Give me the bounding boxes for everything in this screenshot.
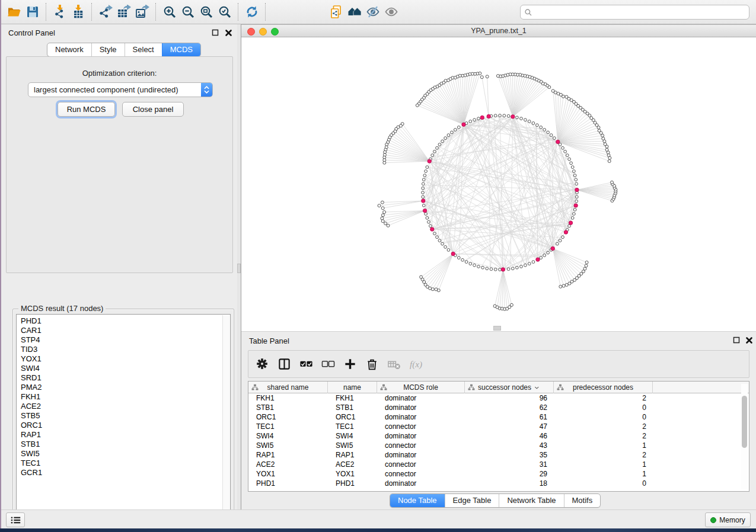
table-row[interactable]: TEC1TEC1connector472 [248, 422, 742, 431]
mcds-result-item[interactable]: SWI4 [21, 364, 42, 373]
show-all-button[interactable] [382, 3, 400, 21]
table-row[interactable]: STB1STB1dominator620 [248, 403, 742, 412]
table-row[interactable]: ORC1ORC1dominator610 [248, 412, 742, 422]
mcds-result-item[interactable]: FKH1 [21, 392, 42, 402]
column-header-successor-nodes[interactable]: successor nodes [465, 382, 554, 393]
cell-shared-name: STB1 [248, 403, 328, 412]
mcds-result-item[interactable]: STB1 [21, 440, 42, 449]
task-history-button[interactable] [6, 512, 25, 527]
table-tab-network-table[interactable]: Network Table [499, 494, 563, 507]
network-canvas[interactable] [241, 37, 756, 332]
mcds-result-item[interactable]: STP4 [21, 335, 42, 345]
tab-mcds[interactable]: MCDS [162, 43, 200, 56]
tab-select[interactable]: Select [125, 43, 162, 56]
add-column-button[interactable] [341, 355, 359, 373]
float-panel-icon[interactable] [732, 336, 741, 345]
zoom-selected-button[interactable] [215, 3, 234, 21]
mcds-result-item[interactable]: TEC1 [21, 459, 42, 468]
table-row[interactable]: PHD1PHD1dominator180 [248, 479, 742, 488]
close-panel-icon[interactable] [745, 336, 754, 345]
mcds-result-item[interactable]: PMA2 [21, 383, 42, 392]
close-panel-icon[interactable] [224, 28, 233, 37]
column-header-MCDS-role[interactable]: MCDS role [377, 382, 465, 393]
table-row[interactable]: SWI5SWI5connector431 [248, 441, 742, 450]
apply-layout-button[interactable] [243, 3, 261, 21]
column-header-name[interactable]: name [328, 382, 377, 393]
zoom-out-button[interactable] [178, 3, 197, 21]
main-toolbar [1, 0, 756, 24]
vertical-splitter-handle[interactable] [237, 264, 241, 273]
float-panel-icon[interactable] [211, 28, 220, 37]
import-network-button[interactable] [50, 3, 69, 21]
application-window: Control Panel NetworkStyleSelectMCDS Opt… [0, 0, 756, 532]
table-tab-motifs[interactable]: Motifs [564, 494, 601, 507]
tab-style[interactable]: Style [91, 43, 125, 56]
import-network-icon [53, 5, 67, 19]
table-scrollbar[interactable] [741, 384, 748, 489]
first-neighbors-button[interactable] [345, 3, 363, 21]
settings-gear-button[interactable] [253, 355, 271, 373]
function-builder-icon: f(x) [409, 357, 423, 371]
mcds-result-item[interactable]: GCR1 [21, 468, 42, 477]
close-panel-button[interactable]: Close panel [122, 102, 184, 117]
optimization-criterion-value: largest connected component (undirected) [28, 85, 201, 94]
mcds-result-item[interactable]: PHD1 [21, 316, 42, 326]
mcds-result-item[interactable]: SRD1 [21, 373, 42, 383]
zoom-fit-button[interactable] [197, 3, 215, 21]
mcds-result-item[interactable]: RAP1 [21, 430, 42, 440]
table-row[interactable]: SWI4SWI4dominator462 [248, 431, 742, 441]
mcds-result-item[interactable]: SWI5 [21, 449, 42, 459]
mcds-result-item[interactable]: ACE2 [21, 402, 42, 411]
zoom-in-button[interactable] [160, 3, 178, 21]
network-graph[interactable] [241, 37, 756, 332]
delete-column-button[interactable] [363, 355, 381, 373]
cell-MCDS-role: connector [377, 460, 465, 469]
vertical-splitter[interactable] [237, 24, 241, 509]
memory-status-dot [710, 517, 716, 523]
save-session-button[interactable] [23, 3, 42, 21]
table-row[interactable]: FKH1FKH1dominator962 [248, 393, 742, 403]
hide-selected-button[interactable] [363, 3, 382, 21]
mcds-list-scrollbar[interactable] [222, 315, 229, 525]
select-all-button[interactable] [297, 355, 315, 373]
table-tab-edge-table[interactable]: Edge Table [445, 494, 499, 507]
cell-shared-name: TEC1 [248, 422, 328, 431]
table-row[interactable]: ACE2ACE2connector311 [248, 460, 742, 469]
export-image-button[interactable] [133, 3, 151, 21]
mcds-result-item[interactable]: STB5 [21, 411, 42, 421]
mcds-result-item[interactable]: ORC1 [21, 421, 42, 430]
deselect-all-button[interactable] [319, 355, 337, 373]
cell-successor-nodes: 18 [465, 479, 554, 488]
column-header-shared-name[interactable]: shared name [248, 382, 328, 393]
list-icon [11, 516, 21, 524]
horizontal-splitter-handle[interactable] [493, 326, 501, 331]
mcds-result-item[interactable]: CAR1 [21, 326, 42, 335]
tab-network[interactable]: Network [47, 43, 91, 56]
open-session-icon [7, 5, 21, 19]
cell-predecessor-nodes: 0 [554, 403, 653, 412]
run-mcds-button[interactable]: Run MCDS [58, 102, 115, 117]
table-scrollbar-thumb[interactable] [742, 396, 747, 448]
table-row[interactable]: RAP1RAP1dominator352 [248, 450, 742, 460]
table-row[interactable]: YOX1YOX1connector291 [248, 469, 742, 479]
cell-predecessor-nodes: 0 [554, 413, 653, 421]
cell-name: SWI4 [328, 432, 377, 440]
column-header-predecessor-nodes[interactable]: predecessor nodes [554, 382, 653, 393]
copy-network-button[interactable] [327, 3, 345, 21]
cell-successor-nodes: 35 [465, 451, 554, 459]
column-label: shared name [267, 383, 308, 392]
table-tab-node-table[interactable]: Node Table [390, 494, 445, 507]
mcds-result-item[interactable]: TID3 [21, 345, 42, 354]
cell-predecessor-nodes: 1 [554, 470, 653, 478]
import-table-button[interactable] [69, 3, 87, 21]
search-input[interactable] [535, 7, 745, 18]
open-session-button[interactable] [5, 3, 23, 21]
export-network-button[interactable] [96, 3, 114, 21]
cell-shared-name: ACE2 [248, 460, 328, 469]
toggle-panel-columns-button[interactable] [275, 355, 293, 373]
export-table-button[interactable] [114, 3, 133, 21]
cell-shared-name: RAP1 [248, 451, 328, 459]
memory-button[interactable]: Memory [705, 512, 751, 527]
mcds-result-item[interactable]: YOX1 [21, 354, 42, 364]
optimization-criterion-dropdown[interactable]: largest connected component (undirected) [28, 82, 213, 97]
